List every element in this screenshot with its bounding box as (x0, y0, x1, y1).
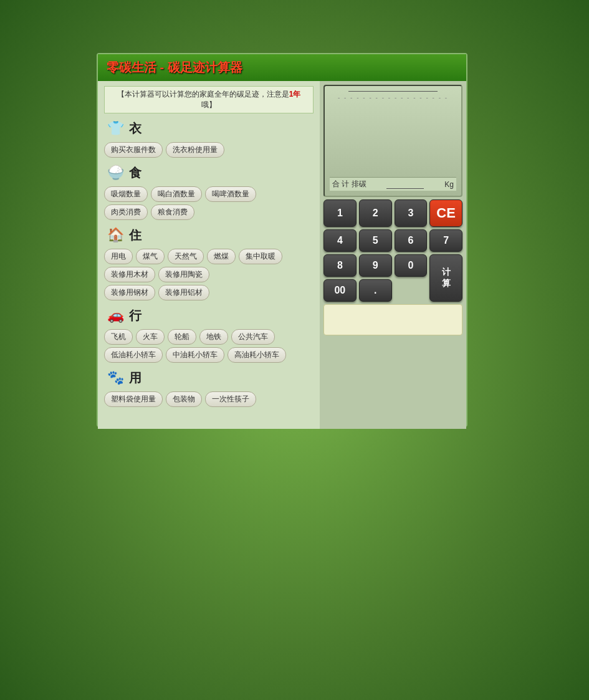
shi-buttons-row2: 肉类消费 粮食消费 (104, 204, 314, 220)
year-highlight: 1年 (289, 90, 301, 98)
zhu-buttons-row2: 装修用木材 装修用陶瓷 (104, 267, 314, 282)
btn-natural-gas[interactable]: 天然气 (168, 249, 204, 264)
display-dashes: - - - - - - - - - - - - - - - - - - (330, 94, 456, 101)
btn-bus[interactable]: 公共汽车 (231, 329, 275, 345)
btn-dot[interactable]: . (359, 279, 392, 302)
compute-label: 计算 (442, 267, 451, 289)
btn-8[interactable]: 8 (323, 254, 357, 277)
btn-central-heat[interactable]: 集中取暖 (239, 249, 282, 264)
left-panel: 【本计算器可以计算您的家庭全年的碳足迹，注意是1年哦】 👕 衣 购买衣服件数 洗… (98, 81, 320, 429)
zhu-icon: 🏠 (104, 224, 127, 246)
btn-00[interactable]: 00 (323, 279, 357, 302)
btn-ceramic[interactable]: 装修用陶瓷 (158, 267, 209, 282)
btn-gas-coal[interactable]: 煤气 (136, 249, 165, 264)
section-yi-header: 👕 衣 (104, 117, 314, 140)
btn-train[interactable]: 火车 (136, 329, 165, 345)
yi-icon: 👕 (104, 117, 127, 140)
btn-ship[interactable]: 轮船 (168, 329, 196, 345)
calc-display: - - - - - - - - - - - - - - - - - - 合 计 … (323, 85, 462, 197)
xing-buttons-row1: 飞机 火车 轮船 地铁 公共汽车 (104, 329, 314, 345)
btn-4[interactable]: 4 (323, 229, 357, 252)
btn-coal[interactable]: 燃煤 (207, 249, 236, 264)
shi-icon: 🍚 (104, 161, 127, 184)
btn-subway[interactable]: 地铁 (199, 329, 228, 345)
btn-wood[interactable]: 装修用木材 (104, 267, 155, 282)
content-area: 【本计算器可以计算您的家庭全年的碳足迹，注意是1年哦】 👕 衣 购买衣服件数 洗… (98, 81, 466, 429)
notice-text: 【本计算器可以计算您的家庭全年的碳足迹，注意是 (117, 90, 289, 98)
btn-smoking[interactable]: 吸烟数量 (104, 186, 148, 202)
yong-label: 用 (129, 370, 141, 386)
section-shi-header: 🍚 食 (104, 161, 314, 184)
btn-detergent[interactable]: 洗衣粉使用量 (166, 142, 224, 158)
btn-plane[interactable]: 飞机 (104, 329, 133, 345)
btn-low-fuel-car[interactable]: 低油耗小轿车 (104, 347, 163, 363)
zhu-buttons-row1: 用电 煤气 天然气 燃煤 集中取暖 (104, 249, 314, 264)
section-xing-header: 🚗 行 (104, 304, 314, 327)
btn-baijiu[interactable]: 喝白酒数量 (151, 186, 202, 202)
total-label: 合 计 排碳 (332, 179, 366, 189)
btn-buy-clothes[interactable]: 购买衣服件数 (104, 142, 163, 158)
btn-0[interactable]: 0 (395, 254, 428, 277)
btn-aluminum[interactable]: 装修用铝材 (158, 285, 209, 300)
main-window: 零碳生活 - 碳足迹计算器 【本计算器可以计算您的家庭全年的碳足迹，注意是1年哦… (97, 53, 467, 427)
calc-result-box (323, 304, 462, 335)
notice-end: 哦】 (201, 100, 216, 109)
btn-high-fuel-car[interactable]: 高油耗小轿车 (227, 347, 286, 363)
btn-3[interactable]: 3 (395, 199, 428, 227)
btn-grain[interactable]: 粮食消费 (151, 204, 194, 220)
btn-2[interactable]: 2 (359, 199, 392, 227)
app-title: 零碳生活 - 碳足迹计算器 (107, 59, 242, 76)
btn-9[interactable]: 9 (359, 254, 392, 277)
yong-buttons: 塑料袋使用量 包装物 一次性筷子 (104, 391, 314, 407)
total-value (386, 180, 424, 189)
kg-label: Kg (444, 180, 454, 189)
xing-buttons-row2: 低油耗小轿车 中油耗小轿车 高油耗小轿车 (104, 347, 314, 363)
shi-buttons-row1: 吸烟数量 喝白酒数量 喝啤酒数量 (104, 186, 314, 202)
section-zhu-header: 🏠 住 (104, 224, 314, 246)
right-panel: - - - - - - - - - - - - - - - - - - 合 计 … (320, 81, 466, 429)
yi-buttons: 购买衣服件数 洗衣粉使用量 (104, 142, 314, 158)
btn-1[interactable]: 1 (323, 199, 357, 227)
xing-label: 行 (129, 307, 141, 324)
total-line: 合 计 排碳 Kg (330, 177, 456, 191)
xing-icon: 🚗 (104, 304, 127, 327)
btn-electricity[interactable]: 用电 (104, 249, 133, 264)
btn-ce[interactable]: CE (429, 199, 462, 227)
btn-7[interactable]: 7 (429, 229, 462, 252)
btn-6[interactable]: 6 (395, 229, 428, 252)
btn-chopsticks[interactable]: 一次性筷子 (205, 391, 256, 407)
calc-keypad: 1 2 3 CE 4 5 6 计算 7 8 9 0 00 . (323, 199, 462, 302)
btn-plastic-bags[interactable]: 塑料袋使用量 (104, 391, 163, 407)
zhu-buttons-row3: 装修用钢材 装修用铝材 (104, 285, 314, 300)
btn-compute[interactable]: 计算 (429, 254, 462, 302)
yi-label: 衣 (129, 120, 141, 137)
notice-bar: 【本计算器可以计算您的家庭全年的碳足迹，注意是1年哦】 (104, 86, 314, 113)
btn-5[interactable]: 5 (359, 229, 392, 252)
section-yong-header: 🐾 用 (104, 367, 314, 389)
btn-packaging[interactable]: 包装物 (166, 391, 202, 407)
shi-label: 食 (129, 165, 141, 181)
zhu-label: 住 (129, 227, 141, 244)
title-bar: 零碳生活 - 碳足迹计算器 (98, 54, 466, 81)
btn-mid-fuel-car[interactable]: 中油耗小轿车 (166, 347, 224, 363)
btn-steel[interactable]: 装修用钢材 (104, 285, 155, 300)
btn-meat[interactable]: 肉类消费 (104, 204, 148, 220)
yong-icon: 🐾 (104, 367, 127, 389)
display-line (348, 91, 437, 92)
btn-beer[interactable]: 喝啤酒数量 (205, 186, 256, 202)
